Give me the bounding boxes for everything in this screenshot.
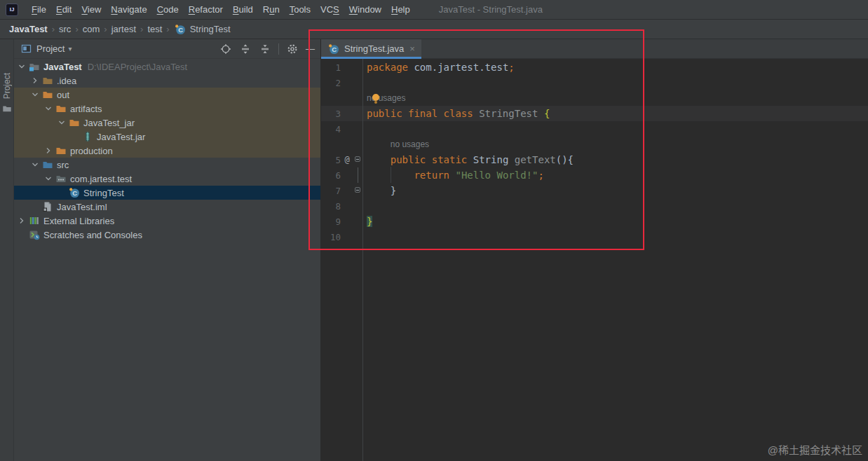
intellij-logo-icon: IJ bbox=[6, 4, 18, 16]
tree-row-com-jartest-test[interactable]: com.jartest.test bbox=[14, 172, 320, 186]
tree-row-production[interactable]: production bbox=[14, 144, 320, 158]
menu-window[interactable]: Window bbox=[344, 4, 386, 15]
expand-all-icon[interactable] bbox=[239, 43, 252, 55]
project-panel: Project ▾ — JavaTestD:\IDEAProject\JavaT… bbox=[14, 39, 321, 461]
fold-column bbox=[353, 229, 362, 245]
menu-help[interactable]: Help bbox=[386, 4, 415, 15]
tree-row-scratches-and-consoles[interactable]: Scratches and Consoles bbox=[14, 228, 320, 242]
breadcrumb-separator: › bbox=[102, 24, 109, 34]
line-number: 6 bbox=[321, 170, 341, 181]
breadcrumb-test[interactable]: test bbox=[145, 24, 164, 34]
hide-panel-icon[interactable]: — bbox=[306, 43, 315, 54]
class-icon: C bbox=[174, 24, 187, 35]
editor-code[interactable]: 1package com.jartest.test;2no usages3pub… bbox=[321, 59, 868, 461]
code-text[interactable]: return "Hello World!"; bbox=[362, 167, 544, 183]
menu-tools[interactable]: Tools bbox=[285, 4, 316, 15]
breadcrumb-com[interactable]: com bbox=[81, 24, 102, 34]
code-line-6: 6 return "Hello World!"; bbox=[321, 167, 868, 183]
code-token: com.jartest.test bbox=[408, 62, 508, 73]
chevron-down-icon[interactable]: ▾ bbox=[68, 45, 72, 53]
chevron-down-icon[interactable] bbox=[42, 174, 55, 184]
tab-stringtest-java[interactable]: C StringTest.java × bbox=[321, 39, 421, 58]
folder-icon bbox=[55, 103, 67, 114]
tree-row-external-libraries[interactable]: External Libraries bbox=[14, 214, 320, 228]
fold-column bbox=[353, 137, 362, 152]
gutter-separator bbox=[362, 59, 363, 461]
fold-column bbox=[353, 60, 362, 75]
at-gutter-icon: @ bbox=[341, 152, 353, 167]
breadcrumb-src[interactable]: src bbox=[57, 24, 73, 34]
fold-marker-end[interactable] bbox=[355, 187, 360, 193]
tree-row-out[interactable]: out bbox=[14, 88, 320, 102]
svg-text:C: C bbox=[72, 189, 77, 197]
code-text[interactable]: } bbox=[362, 183, 396, 198]
chevron-down-icon[interactable] bbox=[29, 90, 41, 99]
tree-row-javatest[interactable]: JavaTestD:\IDEAProject\JavaTest bbox=[14, 60, 320, 74]
code-text[interactable]: public static String getText(){ bbox=[362, 152, 574, 167]
code-text[interactable]: no usages bbox=[362, 90, 405, 106]
fold-column bbox=[353, 75, 362, 90]
tree-row-javatest-jar[interactable]: JavaTest_jar bbox=[14, 116, 320, 130]
chevron-down-icon[interactable] bbox=[42, 104, 55, 113]
tree-row-javatest-iml[interactable]: JavaTest.iml bbox=[14, 200, 320, 214]
chevron-right-icon[interactable] bbox=[42, 146, 55, 156]
breadcrumb-separator: › bbox=[50, 24, 57, 34]
chevron-right-icon[interactable] bbox=[29, 76, 41, 85]
project-stripe-button[interactable]: Project bbox=[0, 39, 13, 113]
menu-navigate[interactable]: Navigate bbox=[106, 4, 151, 15]
menu-build[interactable]: Build bbox=[228, 4, 258, 15]
fold-marker-start[interactable] bbox=[355, 156, 360, 162]
editor-tab-bar: C StringTest.java × bbox=[321, 39, 868, 59]
svg-text:C: C bbox=[332, 46, 337, 53]
code-text[interactable]: } bbox=[362, 214, 372, 229]
chevron-down-icon[interactable] bbox=[29, 160, 41, 170]
breadcrumb-jartest[interactable]: jartest bbox=[109, 24, 138, 34]
menu-vcs[interactable]: VCS bbox=[316, 4, 344, 15]
code-text[interactable]: package com.jartest.test; bbox=[362, 60, 515, 75]
gear-icon[interactable] bbox=[286, 43, 299, 55]
locate-file-icon[interactable] bbox=[219, 43, 232, 55]
tree-label: JavaTest_jar bbox=[83, 118, 135, 128]
menu-code[interactable]: Code bbox=[152, 4, 184, 15]
intention-bulb-icon[interactable] bbox=[372, 94, 379, 101]
fold-column bbox=[353, 152, 362, 167]
code-line-8: 8 bbox=[321, 198, 868, 214]
menu-run[interactable]: Run bbox=[258, 4, 285, 15]
tree-row-artifacts[interactable]: artifacts bbox=[14, 102, 320, 116]
tree-label: artifacts bbox=[70, 104, 102, 114]
menu-refactor[interactable]: Refactor bbox=[184, 4, 228, 15]
tree-row-stringtest[interactable]: CStringTest bbox=[14, 186, 320, 200]
tree-label: JavaTest bbox=[43, 62, 82, 72]
chevron-right-icon[interactable] bbox=[15, 216, 28, 226]
close-icon[interactable]: × bbox=[409, 43, 415, 54]
tree-label: com.jartest.test bbox=[70, 174, 132, 184]
code-text[interactable]: no usages bbox=[362, 137, 429, 152]
chevron-down-icon[interactable] bbox=[55, 118, 68, 128]
jar-icon bbox=[81, 131, 94, 142]
code-token: StringTest bbox=[479, 108, 544, 119]
breadcrumb-separator: › bbox=[164, 24, 171, 34]
collapse-all-icon[interactable] bbox=[259, 43, 271, 55]
tree-row-src[interactable]: src bbox=[14, 158, 320, 172]
code-token: ; bbox=[538, 170, 543, 181]
breadcrumb-javatest[interactable]: JavaTest bbox=[7, 24, 50, 34]
menu-edit[interactable]: Edit bbox=[51, 4, 76, 15]
breadcrumb-label: jartest bbox=[111, 24, 136, 34]
menu-file[interactable]: File bbox=[27, 4, 51, 15]
code-token: } bbox=[367, 216, 372, 227]
tree-row-idea[interactable]: .idea bbox=[14, 74, 320, 88]
tree-row-javatest-jar[interactable]: JavaTest.jar bbox=[14, 130, 320, 144]
fold-guide-line bbox=[358, 167, 358, 183]
menu-view[interactable]: View bbox=[76, 4, 106, 15]
folder-icon bbox=[1, 104, 13, 113]
breadcrumb-stringtest[interactable]: CStringTest bbox=[172, 24, 233, 35]
project-folder-icon bbox=[28, 61, 41, 72]
menu-items: FileEditViewNavigateCodeRefactorBuildRun… bbox=[27, 4, 415, 15]
code-text[interactable]: public final class StringTest { bbox=[362, 106, 550, 121]
scratches-icon bbox=[28, 229, 41, 240]
menu-bar: IJ FileEditViewNavigateCodeRefactorBuild… bbox=[0, 0, 868, 20]
inlay-hint-row: no usages bbox=[321, 137, 868, 152]
chevron-down-icon[interactable] bbox=[15, 62, 28, 71]
project-panel-title[interactable]: Project bbox=[36, 43, 65, 54]
code-line-10: 10 bbox=[321, 229, 868, 245]
